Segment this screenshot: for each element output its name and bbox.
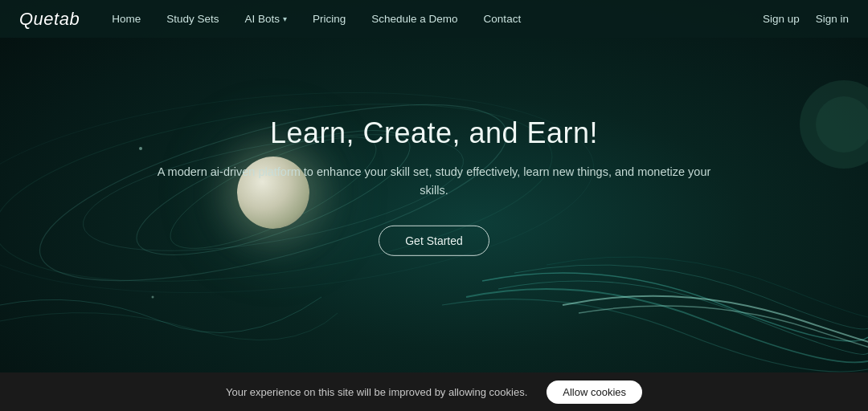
hero-content: Learn, Create, and Earn! A modern ai-dri… <box>153 116 715 256</box>
sign-in-link[interactable]: Sign in <box>816 13 849 25</box>
hero-section: Learn, Create, and Earn! A modern ai-dri… <box>0 0 868 372</box>
allow-cookies-button[interactable]: Allow cookies <box>547 380 642 404</box>
nav-right: Sign up Sign in <box>763 13 849 25</box>
nav-item-pricing[interactable]: Pricing <box>313 13 346 25</box>
hero-subtitle: A modern ai-driven platform to enhance y… <box>153 163 715 200</box>
nav-links: Home Study Sets AI Bots ▾ Pricing Schedu… <box>112 13 763 25</box>
get-started-button[interactable]: Get Started <box>379 226 489 256</box>
nav-item-study-sets[interactable]: Study Sets <box>166 13 219 25</box>
nav-item-ai-bots[interactable]: AI Bots ▾ <box>244 13 287 25</box>
cookie-message: Your experience on this site will be imp… <box>226 386 527 398</box>
logo[interactable]: Quetab <box>19 9 80 30</box>
cookie-banner: Your experience on this site will be imp… <box>0 372 868 411</box>
navbar: Quetab Home Study Sets AI Bots ▾ Pricing… <box>0 0 868 38</box>
nav-item-home[interactable]: Home <box>112 13 141 25</box>
nav-item-schedule-demo[interactable]: Schedule a Demo <box>371 13 457 25</box>
sign-up-link[interactable]: Sign up <box>763 13 800 25</box>
chevron-down-icon: ▾ <box>283 14 287 23</box>
hero-title: Learn, Create, and Earn! <box>153 116 715 150</box>
nav-item-contact[interactable]: Contact <box>484 13 522 25</box>
